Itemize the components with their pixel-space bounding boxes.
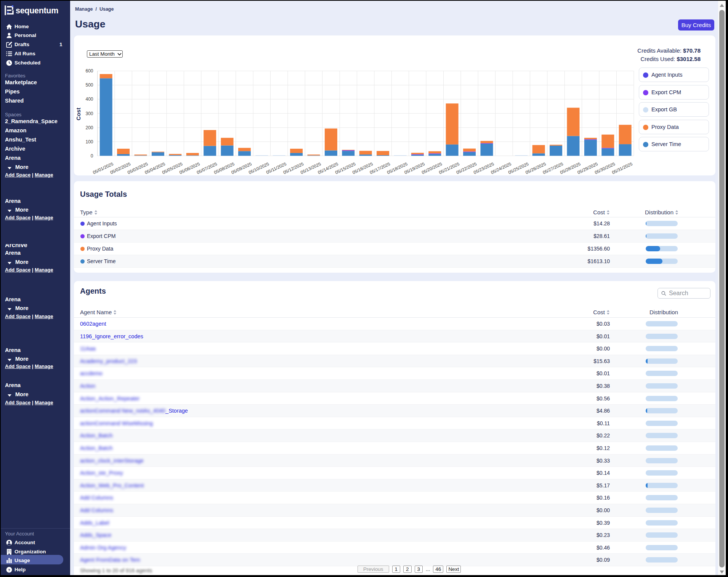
- svg-text:200: 200: [85, 125, 93, 130]
- svg-text:400: 400: [85, 96, 93, 102]
- svg-text:Cost: Cost: [75, 108, 82, 120]
- svg-text:600: 600: [85, 68, 93, 74]
- svg-text:0: 0: [91, 153, 93, 159]
- svg-text:500: 500: [85, 82, 93, 88]
- svg-text:300: 300: [85, 111, 93, 116]
- svg-text:?: ?: [8, 568, 10, 572]
- svg-text:100: 100: [85, 139, 93, 145]
